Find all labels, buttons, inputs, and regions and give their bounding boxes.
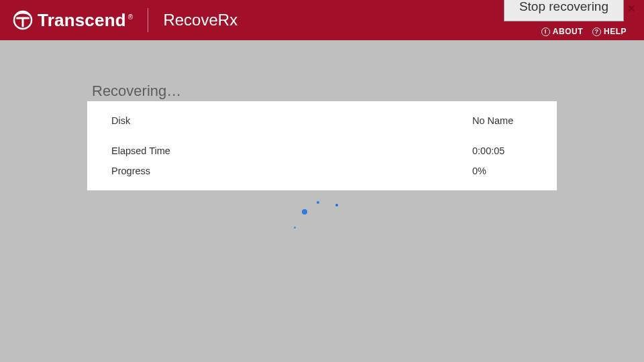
stop-recovering-button[interactable]: Stop recovering xyxy=(504,0,624,21)
registered-mark: ® xyxy=(128,13,133,21)
info-label-progress: Progress xyxy=(111,166,150,176)
about-label: ABOUT xyxy=(553,27,583,36)
brand-block: Transcend® xyxy=(0,9,133,31)
status-title: Recovering… xyxy=(92,82,181,100)
spinner-dot xyxy=(317,201,319,204)
close-button[interactable]: ✕ xyxy=(625,3,637,15)
spinner-dot xyxy=(335,204,338,206)
about-link[interactable]: ! ABOUT xyxy=(541,27,583,36)
app-name: RecoveRx xyxy=(163,11,237,29)
info-card: Disk No Name Elapsed Time 0:00:05 Progre… xyxy=(87,101,557,190)
help-label: HELP xyxy=(604,27,627,36)
info-row: Disk No Name xyxy=(111,111,533,141)
info-row: Elapsed Time 0:00:05 xyxy=(111,141,533,161)
info-icon: ! xyxy=(541,27,550,36)
question-icon: ? xyxy=(592,27,601,36)
header-divider xyxy=(148,8,148,32)
info-label-elapsed: Elapsed Time xyxy=(111,145,170,156)
info-value-disk: No Name xyxy=(472,115,533,126)
info-label-disk: Disk xyxy=(111,115,130,126)
help-link[interactable]: ? HELP xyxy=(592,27,627,36)
info-value-progress: 0% xyxy=(472,166,533,176)
brand-name: Transcend® xyxy=(38,10,133,31)
spinner-dot xyxy=(294,227,296,229)
brand-name-text: Transcend xyxy=(38,10,126,30)
info-row: Progress 0% xyxy=(111,161,533,181)
spinner-dot xyxy=(302,209,307,215)
transcend-logo-icon xyxy=(12,9,34,31)
help-bar: ! ABOUT ? HELP xyxy=(541,27,627,36)
info-value-elapsed: 0:00:05 xyxy=(472,145,533,156)
